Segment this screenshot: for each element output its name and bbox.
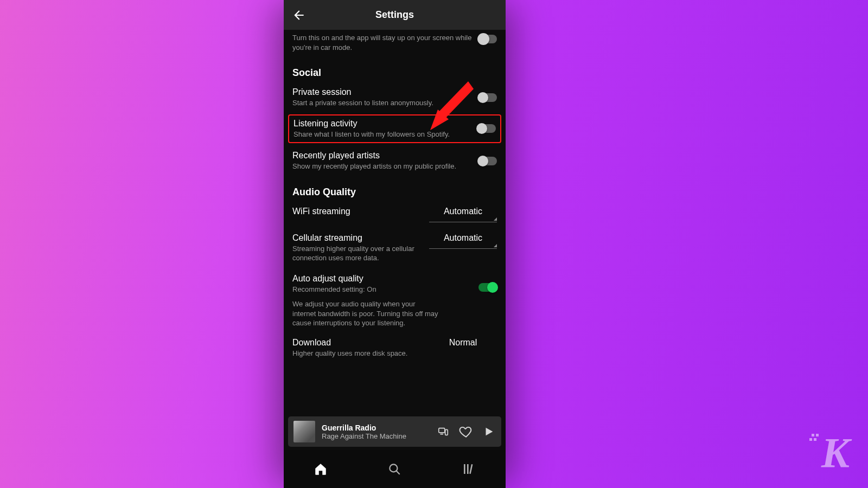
like-button[interactable]	[459, 425, 473, 439]
back-button[interactable]	[289, 5, 309, 25]
wifi-streaming-title: WiFi streaming	[292, 207, 422, 216]
recently-played-title: Recently played artists	[292, 151, 472, 160]
recently-played-toggle[interactable]	[478, 157, 497, 165]
auto-adjust-toggle[interactable]	[478, 283, 497, 292]
phone-frame: Settings Turn this on and the app will s…	[284, 0, 506, 488]
devices-icon	[437, 426, 449, 438]
svg-rect-0	[439, 428, 445, 433]
private-session-desc: Start a private session to listen anonym…	[292, 98, 472, 108]
now-playing-text: Guerrilla Radio Rage Against The Machine	[322, 423, 430, 440]
wifi-streaming-select[interactable]: Automatic	[429, 207, 497, 222]
listening-activity-desc: Share what I listen to with my followers…	[293, 130, 471, 139]
home-icon	[314, 462, 328, 476]
dropdown-caret-icon	[494, 244, 497, 247]
recently-played-desc: Show my recently played artists on my pu…	[292, 162, 472, 171]
wifi-streaming-value: Automatic	[444, 207, 482, 216]
watermark-dots-icon	[809, 434, 819, 444]
auto-adjust-note: We adjust your audio quality when your i…	[292, 299, 478, 328]
setting-private-session: Private session Start a private session …	[292, 87, 497, 108]
setting-keep-app-open: Turn this on and the app will stay up on…	[292, 30, 497, 52]
private-session-toggle[interactable]	[478, 93, 497, 102]
watermark-letter: K	[821, 429, 847, 476]
devices-button[interactable]	[436, 425, 450, 439]
svg-point-3	[390, 464, 398, 472]
svg-line-4	[397, 471, 400, 474]
setting-recently-played-artists: Recently played artists Show my recently…	[292, 151, 497, 171]
play-button[interactable]	[482, 425, 496, 439]
auto-adjust-rec: Recommended setting: On	[292, 285, 490, 294]
watermark: K	[821, 428, 847, 477]
now-playing-artist: Rage Against The Machine	[322, 432, 430, 440]
heart-icon	[459, 425, 473, 439]
cellular-streaming-desc: Streaming higher quality over a cellular…	[292, 244, 422, 263]
nav-search[interactable]	[387, 462, 401, 476]
svg-rect-1	[445, 429, 448, 435]
listening-activity-title: Listening activity	[293, 119, 471, 129]
download-title: Download	[292, 338, 422, 348]
section-social: Social	[292, 67, 497, 79]
auto-adjust-title: Auto adjust quality	[292, 274, 490, 284]
keep-app-open-desc: Turn this on and the app will stay up on…	[292, 33, 472, 52]
listening-activity-toggle[interactable]	[477, 124, 496, 133]
bottom-stack: Guerrilla Radio Rage Against The Machine	[284, 416, 506, 488]
now-playing-controls	[436, 425, 496, 439]
setting-download-quality: Download Higher quality uses more disk s…	[292, 338, 497, 358]
setting-listening-activity: Listening activity Share what I listen t…	[293, 119, 496, 139]
svg-rect-7	[469, 464, 473, 474]
setting-cellular-streaming: Cellular streaming Streaming higher qual…	[292, 233, 497, 263]
arrow-left-icon	[292, 8, 306, 22]
download-desc: Higher quality uses more disk space.	[292, 349, 422, 358]
download-quality-select[interactable]: Normal	[429, 338, 497, 353]
private-session-title: Private session	[292, 87, 472, 97]
setting-wifi-streaming: WiFi streaming Automatic	[292, 207, 497, 222]
title-bar: Settings	[284, 0, 506, 30]
nav-home[interactable]	[314, 462, 328, 476]
dropdown-caret-icon	[494, 217, 497, 221]
highlight-listening-activity: Listening activity Share what I listen t…	[288, 114, 501, 144]
now-playing-title: Guerrilla Radio	[322, 423, 430, 432]
section-audio-quality: Audio Quality	[292, 187, 497, 198]
svg-rect-5	[464, 464, 465, 474]
now-playing-bar[interactable]: Guerrilla Radio Rage Against The Machine	[288, 416, 501, 447]
svg-rect-2	[441, 434, 444, 435]
download-quality-value: Normal	[449, 338, 477, 347]
keep-app-open-toggle[interactable]	[478, 35, 497, 43]
setting-auto-adjust-quality: Auto adjust quality Recommended setting:…	[292, 274, 497, 294]
page-title: Settings	[375, 9, 414, 21]
library-icon	[462, 463, 475, 476]
svg-rect-6	[467, 464, 469, 474]
album-art	[293, 421, 315, 442]
nav-bar	[284, 450, 506, 488]
cellular-streaming-select[interactable]: Automatic	[429, 233, 497, 249]
play-icon	[483, 426, 495, 438]
search-icon	[387, 462, 401, 476]
cellular-streaming-value: Automatic	[444, 233, 482, 242]
cellular-streaming-title: Cellular streaming	[292, 233, 422, 243]
nav-library[interactable]	[462, 462, 476, 476]
